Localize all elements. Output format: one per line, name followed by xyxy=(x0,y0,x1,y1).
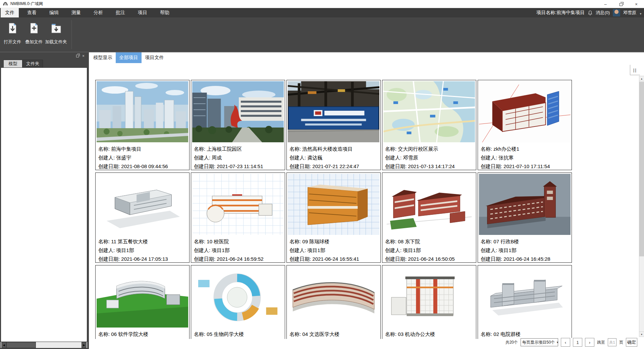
project-name: 名称: 上海核工院园区 xyxy=(194,145,283,153)
scroll-up-icon[interactable]: ▲ xyxy=(639,76,644,81)
main-tab-bar: 模型显示 全部项目 项目文件 xyxy=(89,52,644,63)
menu-item-project[interactable]: 项目 xyxy=(133,8,152,17)
project-creator: 创建人: 项目1部 xyxy=(194,246,283,255)
project-card[interactable]: 名称: 04 文选医学大楼 xyxy=(286,265,381,339)
project-date: 创建日期: 2021-08-08 09:44:56 xyxy=(98,162,187,171)
menu-item-analyze[interactable]: 分析 xyxy=(89,8,107,17)
window-title: NMBIM6.0-广域网 xyxy=(10,1,43,7)
tab-project-files[interactable]: 项目文件 xyxy=(142,52,167,63)
project-card[interactable]: 名称: 03 机动办公大楼 xyxy=(382,265,476,339)
project-date: 创建日期: 2021-07-23 11:14:51 xyxy=(194,162,283,171)
project-name: 名称: 02 电院群楼 xyxy=(481,330,570,339)
open-file-icon xyxy=(6,22,18,34)
page-size-select[interactable]: 每页显示项目50个 ▼ xyxy=(521,338,558,346)
select-caret-down-icon: ▼ xyxy=(556,341,559,344)
next-page-button[interactable]: › xyxy=(585,338,594,347)
ribbon-group-separator xyxy=(71,20,72,49)
project-card[interactable]: 名称: 前海中集项目创建人: 张盛宇创建日期: 2021-08-08 09:44… xyxy=(95,80,190,170)
project-name: 名称: 08 东下院 xyxy=(385,237,474,246)
project-creator: 创建人: 项目1部 xyxy=(385,246,474,255)
project-card[interactable]: 名称: 06 软件学院大楼 xyxy=(95,265,190,339)
bell-icon[interactable] xyxy=(588,10,593,15)
user-caret-down-icon[interactable]: ▼ xyxy=(639,12,642,15)
project-card[interactable]: 名称: zkh办公楼1创建人: 张抗寒创建日期: 2021-07-10 17:1… xyxy=(478,80,572,170)
restore-icon xyxy=(620,3,623,6)
project-card[interactable]: 名称: 11 第五餐饮大楼创建人: 项目1部创建日期: 2021-06-24 1… xyxy=(95,172,190,263)
project-date: 创建日期: 2021-06-24 16:45:28 xyxy=(481,255,570,263)
user-avatar[interactable] xyxy=(613,9,620,16)
menu-item-measure[interactable]: 测量 xyxy=(67,8,85,17)
page-size-value: 每页显示项目50个 xyxy=(522,340,555,345)
project-name: 名称: 11 第五餐饮大楼 xyxy=(98,237,187,246)
app-icon xyxy=(3,1,8,7)
project-name: 名称: 03 机动办公大楼 xyxy=(385,330,474,339)
project-card[interactable]: 名称: 09 陈瑞球楼创建人: 项目1部创建日期: 2021-06-24 16:… xyxy=(286,172,381,263)
scrollbar-thumb[interactable] xyxy=(639,82,644,256)
project-card-text: 名称: 02 电院群楼 xyxy=(478,328,572,339)
project-date: 创建日期: 2021-06-24 16:59:52 xyxy=(194,255,283,263)
vertical-scrollbar[interactable]: ▲ ▼ xyxy=(639,76,644,337)
open-file-button[interactable]: 打开文件 xyxy=(2,20,23,49)
scroll-left-icon[interactable]: ◀ xyxy=(1,342,6,348)
scroll-down-icon[interactable]: ▼ xyxy=(639,332,644,337)
scrollbar-thumb[interactable] xyxy=(6,342,36,348)
project-card[interactable]: 名称: 07 行政B楼创建人: 项目1部创建日期: 2021-06-24 16:… xyxy=(478,172,572,263)
menu-item-annotate[interactable]: 批注 xyxy=(111,8,129,17)
project-name: 名称: 05 生物药学大楼 xyxy=(194,330,283,339)
confirm-button[interactable]: 确定 xyxy=(626,338,637,347)
jump-page-input[interactable]: 共1 xyxy=(608,338,616,346)
menu-item-view[interactable]: 查看 xyxy=(23,8,41,17)
project-thumbnail xyxy=(479,81,571,142)
project-card-text: 名称: 11 第五餐饮大楼创建人: 项目1部创建日期: 2021-06-24 1… xyxy=(96,235,189,263)
minimize-icon: – xyxy=(604,2,606,7)
menu-item-file[interactable]: 文件 xyxy=(1,8,19,17)
project-card-text: 名称: zkh办公楼1创建人: 张抗寒创建日期: 2021-07-10 17:1… xyxy=(478,142,572,171)
prev-page-button[interactable]: ‹ xyxy=(561,338,570,347)
jump-to-label: 跳至 xyxy=(597,340,605,345)
tab-folder[interactable]: 文件夹 xyxy=(22,60,43,67)
close-button[interactable]: × xyxy=(629,0,644,8)
title-bar: NMBIM6.0-广域网 – × xyxy=(0,0,644,8)
overlay-file-button[interactable]: 叠加文件 xyxy=(23,20,44,49)
maximize-button[interactable] xyxy=(613,0,629,8)
menu-item-help[interactable]: 帮助 xyxy=(156,8,174,17)
project-card[interactable]: 名称: 10 校医院创建人: 项目1部创建日期: 2021-06-24 16:5… xyxy=(191,172,285,263)
user-name[interactable]: 邓雪原 xyxy=(623,10,636,16)
ribbon-toolbar: 打开文件 叠加文件 加载文件夹 xyxy=(0,17,644,52)
project-creator: 创建人: 项目1部 xyxy=(289,246,378,255)
project-date: 创建日期: 2021-06-24 17:05:13 xyxy=(98,255,187,263)
close-panel-icon[interactable]: × xyxy=(82,54,85,58)
scroll-right-icon[interactable]: ▶ xyxy=(82,342,87,348)
project-thumbnail xyxy=(288,266,379,328)
project-card[interactable]: 名称: 浩然高科大楼改造项目创建人: 龚达巍创建日期: 2021-07-21 2… xyxy=(286,80,381,170)
project-creator: 创建人: 张抗寒 xyxy=(481,153,570,162)
project-card[interactable]: 名称: 交大闵行校区展示创建人: 邓雪原创建日期: 2021-07-13 14:… xyxy=(382,80,476,170)
tab-model[interactable]: 模型 xyxy=(3,60,22,67)
project-card[interactable]: 名称: 02 电院群楼 xyxy=(478,265,572,339)
model-tree-panel[interactable] xyxy=(1,67,87,342)
project-card[interactable]: 名称: 上海核工院园区创建人: 周成创建日期: 2021-07-23 11:14… xyxy=(191,80,285,170)
project-card[interactable]: 名称: 05 生物药学大楼 xyxy=(191,265,285,339)
tab-all-projects[interactable]: 全部项目 xyxy=(116,52,142,63)
project-thumbnail xyxy=(479,266,571,328)
tab-model-display[interactable]: 模型显示 xyxy=(90,52,116,63)
collapse-button[interactable]: || xyxy=(630,65,640,75)
project-card[interactable]: 名称: 08 东下院创建人: 项目1部创建日期: 2021-06-24 16:5… xyxy=(382,172,476,263)
project-thumbnail xyxy=(97,81,188,142)
project-creator: 创建人: 项目1部 xyxy=(98,246,187,255)
project-card-text: 名称: 05 生物药学大楼 xyxy=(191,328,285,339)
left-dock-panel: × 模型 文件夹 ◀ ▶ xyxy=(0,52,88,349)
float-panel-icon[interactable] xyxy=(76,55,79,57)
project-card-text: 名称: 03 机动办公大楼 xyxy=(382,328,476,339)
load-folder-button[interactable]: 加载文件夹 xyxy=(46,20,66,49)
minimize-button[interactable]: – xyxy=(598,0,613,8)
menu-item-edit[interactable]: 编辑 xyxy=(45,8,63,17)
current-page-button[interactable]: 1 xyxy=(573,338,582,347)
project-card-text: 名称: 10 校医院创建人: 项目1部创建日期: 2021-06-24 16:5… xyxy=(191,235,285,263)
total-count-label: 共20个 xyxy=(505,340,518,345)
dock-panel-tabs: 模型 文件夹 xyxy=(0,60,88,67)
panel-horizontal-scrollbar[interactable]: ◀ ▶ xyxy=(1,342,87,348)
project-thumbnail xyxy=(288,81,379,142)
messages-label[interactable]: 消息(0) xyxy=(596,10,610,16)
main-content: 模型显示 全部项目 项目文件 || 名称: 前海中集项目创建人: 张盛宇创建日期… xyxy=(88,52,644,349)
